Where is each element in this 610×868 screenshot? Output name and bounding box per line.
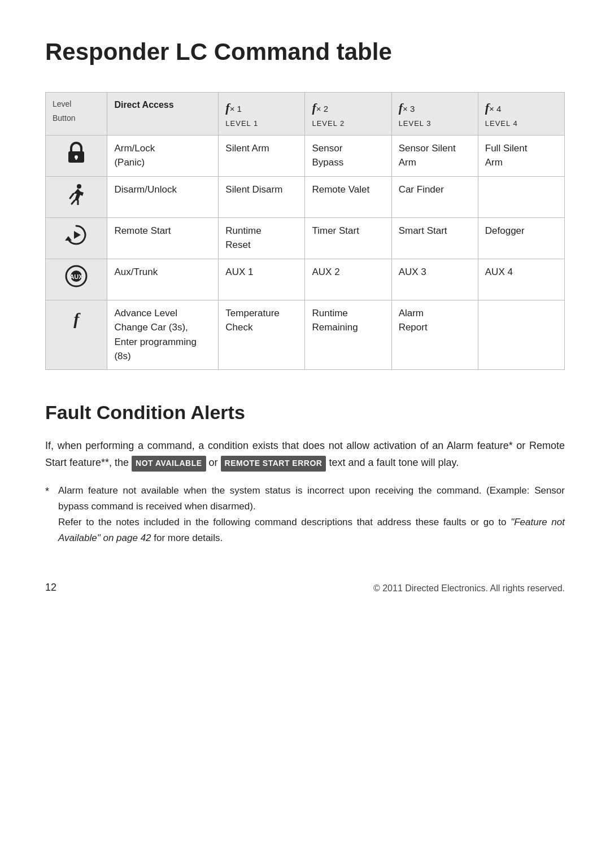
row3-fx2: Timer Start [305, 217, 391, 259]
svg-marker-5 [74, 231, 81, 239]
fault-title: Fault Condition Alerts [45, 398, 565, 427]
row4-direct: Aux/Trunk [107, 259, 219, 300]
row2-direct: Disarm/Unlock [107, 176, 219, 217]
table-row: Disarm/Unlock Silent Disarm Remote Valet… [46, 176, 565, 217]
row3-fx1: RuntimeReset [219, 217, 305, 259]
table-row: Arm/Lock(Panic) Silent Arm SensorBypass … [46, 135, 565, 176]
row1-direct: Arm/Lock(Panic) [107, 135, 219, 176]
row5-fx1: TemperatureCheck [219, 300, 305, 369]
not-available-badge: NOT AVAILABLE [132, 456, 206, 472]
svg-point-3 [77, 184, 81, 189]
run-icon [46, 176, 107, 217]
table-row: AUX Aux/Trunk AUX 1 AUX 2 AUX 3 AUX 4 [46, 259, 565, 300]
row5-direct: Advance Level Change Car (3s), Enter pro… [107, 300, 219, 369]
table-row: f Advance Level Change Car (3s), Enter p… [46, 300, 565, 369]
footnote-star: * [45, 483, 49, 499]
svg-marker-4 [65, 236, 72, 241]
remote-start-icon [46, 217, 107, 259]
aux-icon: AUX [46, 259, 107, 300]
footnote-item: * Alarm feature not available when the s… [45, 483, 565, 546]
row4-fx3: AUX 3 [391, 259, 478, 300]
row1-fx3: Sensor SilentArm [391, 135, 478, 176]
header-direct-access: Direct Access [107, 93, 219, 136]
fault-paragraph: If, when performing a command, a conditi… [45, 437, 565, 472]
row3-fx3: Smart Start [391, 217, 478, 259]
header-level: Level Button [46, 93, 107, 136]
page-number: 12 [45, 580, 56, 595]
row2-fx1: Silent Disarm [219, 176, 305, 217]
footer: 12 © 2011 Directed Electronics. All righ… [45, 580, 565, 595]
row3-direct: Remote Start [107, 217, 219, 259]
svg-text:AUX: AUX [70, 273, 84, 280]
row4-fx4: AUX 4 [478, 259, 564, 300]
row3-fx4: Defogger [478, 217, 564, 259]
copyright: © 2011 Directed Electronics. All rights … [373, 582, 565, 595]
svg-rect-2 [76, 157, 77, 160]
table-row: Remote Start RuntimeReset Timer Start Sm… [46, 217, 565, 259]
page-title: Responder LC Command table [45, 34, 565, 69]
header-fx2: f× 2 LEVEL 2 [305, 93, 391, 136]
header-fx1: f× 1 LEVEL 1 [219, 93, 305, 136]
row1-fx2: SensorBypass [305, 135, 391, 176]
row2-fx4 [478, 176, 564, 217]
header-fx3: f× 3 LEVEL 3 [391, 93, 478, 136]
header-fx4: f× 4 LEVEL 4 [478, 93, 564, 136]
row4-fx1: AUX 1 [219, 259, 305, 300]
footnote-section: * Alarm feature not available when the s… [45, 483, 565, 546]
footnote-text: Alarm feature not available when the sys… [58, 483, 565, 546]
row2-fx3: Car Finder [391, 176, 478, 217]
f-icon: f [46, 300, 107, 369]
row5-fx3: AlarmReport [391, 300, 478, 369]
row4-fx2: AUX 2 [305, 259, 391, 300]
row5-fx4 [478, 300, 564, 369]
command-table: Level Button Direct Access f× 1 LEVEL 1 … [45, 92, 565, 370]
row1-fx1: Silent Arm [219, 135, 305, 176]
row1-fx4: Full SilentArm [478, 135, 564, 176]
row2-fx2: Remote Valet [305, 176, 391, 217]
lock-icon [46, 135, 107, 176]
remote-start-error-badge: REMOTE START ERROR [221, 456, 326, 472]
row5-fx2: RuntimeRemaining [305, 300, 391, 369]
